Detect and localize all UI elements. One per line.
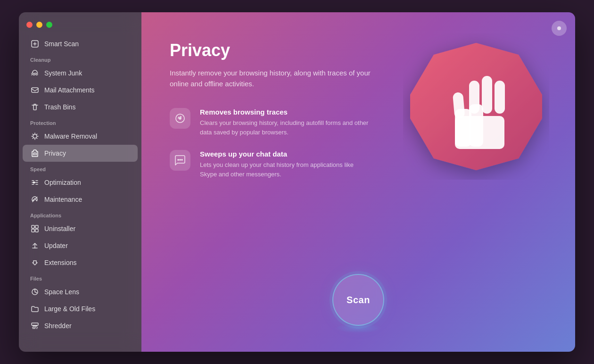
main-content: Privacy Instantly remove your browsing h…	[141, 12, 575, 352]
sidebar-item-shredder[interactable]: Shredder	[23, 317, 138, 334]
svg-rect-7	[35, 229, 38, 232]
sidebar-item-label: Privacy	[44, 149, 66, 157]
sidebar-item-optimization[interactable]: Optimization	[23, 174, 138, 191]
sidebar-item-label: Space Lens	[44, 288, 79, 296]
feature-title: Sweeps up your chat data	[200, 150, 370, 158]
scan-button-container: Scan	[332, 274, 384, 333]
smart-scan-icon	[30, 39, 40, 49]
sidebar-item-label: Optimization	[44, 179, 81, 186]
sidebar-item-mail-attachments[interactable]: Mail Attachments	[23, 82, 138, 99]
feature-browsing-traces: Removes browsing traces Clears your brow…	[170, 108, 387, 137]
account-button[interactable]	[552, 21, 567, 36]
feature-list: Removes browsing traces Clears your brow…	[170, 108, 387, 179]
chat-data-icon	[170, 150, 190, 171]
sidebar-item-label: Smart Scan	[44, 40, 79, 48]
sidebar-item-label: Updater	[44, 242, 68, 249]
close-button[interactable]	[26, 22, 33, 28]
content-left: Privacy Instantly remove your browsing h…	[170, 41, 387, 179]
sidebar-item-privacy[interactable]: Privacy	[23, 145, 138, 162]
chat-data-text: Sweeps up your chat data Lets you clean …	[200, 150, 370, 179]
minimize-button[interactable]	[36, 22, 42, 28]
maintenance-icon	[30, 195, 40, 204]
feature-chat-data: Sweeps up your chat data Lets you clean …	[170, 150, 387, 179]
sidebar-item-label: System Junk	[44, 69, 82, 77]
section-label-protection: Protection	[19, 116, 141, 128]
section-label-applications: Applications	[19, 208, 141, 220]
section-label-files: Files	[19, 271, 141, 283]
svg-point-2	[33, 134, 37, 138]
svg-rect-4	[32, 225, 34, 228]
sidebar-item-label: Mail Attachments	[44, 86, 95, 94]
sidebar-item-space-lens[interactable]: Space Lens	[23, 283, 138, 300]
sidebar-item-large-old-files[interactable]: Large & Old Files	[23, 300, 138, 317]
updater-icon	[30, 241, 40, 250]
browsing-traces-icon	[170, 108, 190, 129]
system-junk-icon	[30, 68, 40, 78]
svg-point-19	[178, 159, 179, 160]
sidebar-item-extensions[interactable]: Extensions	[23, 254, 138, 271]
section-label-speed: Speed	[19, 162, 141, 174]
sidebar-item-label: Maintenance	[44, 196, 82, 203]
sidebar-item-updater[interactable]: Updater	[23, 237, 138, 254]
sidebar-item-system-junk[interactable]: System Junk	[23, 65, 138, 82]
svg-point-3	[33, 182, 35, 183]
sidebar-item-uninstaller[interactable]: Uninstaller	[23, 220, 138, 237]
sidebar-item-malware-removal[interactable]: Malware Removal	[23, 128, 138, 145]
sidebar-item-label: Shredder	[44, 322, 72, 330]
feature-description: Lets you clean up your chat history from…	[200, 160, 370, 179]
traffic-lights	[19, 20, 141, 35]
space-lens-icon	[30, 287, 40, 297]
page-title: Privacy	[170, 41, 387, 60]
sidebar-item-maintenance[interactable]: Maintenance	[23, 191, 138, 208]
sidebar-item-label: Extensions	[44, 259, 76, 266]
svg-point-18	[179, 117, 181, 119]
folder-icon	[30, 304, 40, 314]
optimization-icon	[30, 178, 40, 187]
app-window: Smart Scan Cleanup System Junk Mail A	[19, 12, 575, 352]
trash-icon	[30, 102, 40, 112]
scan-button-label: Scan	[346, 295, 370, 306]
sidebar: Smart Scan Cleanup System Junk Mail A	[19, 12, 141, 352]
malware-icon	[30, 132, 40, 141]
svg-point-21	[182, 159, 182, 160]
privacy-icon	[30, 149, 40, 158]
browsing-traces-text: Removes browsing traces Clears your brow…	[200, 108, 370, 137]
scan-button[interactable]: Scan	[332, 274, 384, 326]
feature-title: Removes browsing traces	[200, 108, 370, 116]
extensions-icon	[30, 258, 40, 267]
feature-description: Clears your browsing history, including …	[200, 118, 370, 137]
sidebar-item-label: Trash Bins	[44, 103, 75, 111]
svg-rect-6	[32, 229, 34, 232]
sidebar-item-smart-scan[interactable]: Smart Scan	[23, 35, 138, 52]
svg-rect-1	[32, 88, 38, 92]
uninstaller-icon	[30, 224, 40, 233]
sidebar-item-trash-bins[interactable]: Trash Bins	[23, 99, 138, 116]
section-label-cleanup: Cleanup	[19, 52, 141, 65]
sidebar-item-label: Uninstaller	[44, 225, 75, 232]
maximize-button[interactable]	[46, 22, 52, 28]
sidebar-item-label: Large & Old Files	[44, 305, 95, 313]
mail-icon	[30, 85, 40, 95]
page-description: Instantly remove your browsing history, …	[170, 68, 387, 89]
sidebar-item-label: Malware Removal	[44, 132, 97, 140]
shredder-icon	[30, 321, 40, 331]
svg-rect-5	[35, 225, 38, 228]
svg-point-20	[180, 159, 181, 160]
